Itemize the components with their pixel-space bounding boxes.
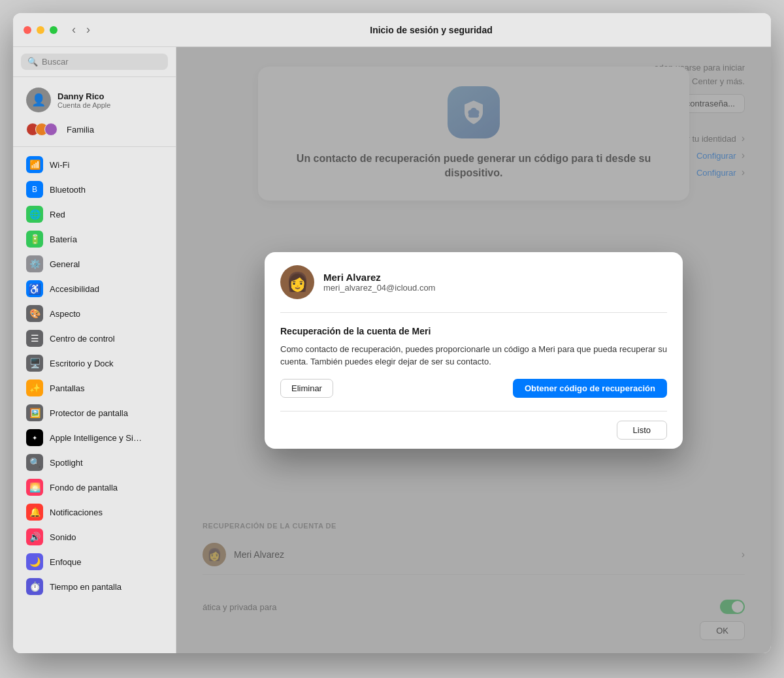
control-center-icon: ☰: [26, 330, 43, 347]
sidebar-label-acc: Accesibilidad: [50, 284, 99, 294]
sidebar-label-wifi: Wi-Fi: [50, 160, 69, 170]
traffic-lights: [24, 26, 57, 34]
search-wrap[interactable]: 🔍: [21, 54, 168, 70]
sidebar-item-sonido[interactable]: 🔊 Sonido: [21, 525, 168, 549]
user-info: Danny Rico Cuenta de Apple: [57, 91, 110, 109]
focus-icon: 🌙: [26, 553, 43, 570]
sidebar-item-escritorio[interactable]: 🖥️ Escritorio y Dock: [21, 351, 168, 376]
sidebar-item-notif[interactable]: 🔔 Notificaciones: [21, 500, 168, 525]
accessibility-icon: ♿: [26, 280, 43, 297]
modal-dialog: 👩 Meri Alvarez meri_alvarez_04@icloud.co…: [265, 252, 683, 449]
user-avatar: 👤: [26, 88, 51, 112]
family-avatars: [26, 123, 54, 136]
family-label: Familia: [67, 125, 94, 135]
sidebar-item-ai[interactable]: ✦ Apple Intelligence y Si…: [21, 425, 168, 450]
user-section: 👤 Danny Rico Cuenta de Apple Familia: [13, 77, 176, 147]
main-window: ‹ › Inicio de sesión y seguridad 🔍 👤: [13, 13, 771, 653]
sidebar-item-accesibilidad[interactable]: ♿ Accesibilidad: [21, 276, 168, 301]
sidebar-item-bluetooth[interactable]: B Bluetooth: [21, 177, 168, 202]
sound-icon: 🔊: [26, 528, 43, 545]
sidebar-label-wall: Fondo de pantalla: [50, 483, 118, 492]
sidebar-label-sound: Sonido: [50, 532, 76, 542]
sidebar-label-bluetooth: Bluetooth: [50, 185, 86, 195]
search-bar: 🔍: [13, 47, 176, 77]
sidebar-label-desk: Escritorio y Dock: [50, 359, 114, 368]
family-avatar-3: [44, 123, 57, 136]
sidebar-label-notif: Notificaciones: [50, 508, 103, 517]
sidebar-item-centro[interactable]: ☰ Centro de control: [21, 326, 168, 351]
desktop-icon: 🖥️: [26, 355, 43, 372]
wifi-icon: 📶: [26, 156, 43, 173]
modal-overlay: 👩 Meri Alvarez meri_alvarez_04@icloud.co…: [176, 47, 771, 653]
eliminar-button[interactable]: Eliminar: [280, 379, 333, 398]
contact-email: meri_alvarez_04@icloud.com: [323, 283, 435, 293]
family-item[interactable]: Familia: [21, 119, 168, 140]
sidebar-section-main: 📶 Wi-Fi B Bluetooth 🌐 Red 🔋 Batería: [13, 147, 176, 604]
sidebar-item-wifi[interactable]: 📶 Wi-Fi: [21, 152, 168, 177]
sidebar-item-general[interactable]: ⚙️ General: [21, 251, 168, 276]
sidebar-label-screen: Pantallas: [50, 383, 84, 393]
sidebar-item-spotlight[interactable]: 🔍 Spotlight: [21, 450, 168, 475]
sidebar-label-spot: Spotlight: [50, 458, 83, 468]
ai-icon: ✦: [26, 429, 43, 446]
contact-name: Meri Alvarez: [323, 272, 435, 283]
forward-button[interactable]: ›: [82, 22, 94, 38]
sidebar-scroll: 👤 Danny Rico Cuenta de Apple Familia: [13, 77, 176, 653]
sidebar-label-asp: Aspecto: [50, 309, 80, 319]
sidebar-item-pantallas[interactable]: ✨ Pantallas: [21, 376, 168, 400]
search-icon: 🔍: [27, 57, 38, 67]
notifications-icon: 🔔: [26, 504, 43, 521]
displays-icon: ✨: [26, 379, 43, 396]
recovery-text: Como contacto de recuperación, puedes pr…: [280, 343, 667, 368]
sidebar-label-general: General: [50, 259, 80, 269]
titlebar: ‹ › Inicio de sesión y seguridad: [13, 13, 771, 47]
sidebar-label-prot: Protector de pantalla: [50, 408, 128, 418]
spotlight-icon: 🔍: [26, 454, 43, 471]
recovery-title: Recuperación de la cuenta de Meri: [280, 326, 667, 336]
get-code-button[interactable]: Obtener código de recuperación: [513, 379, 667, 398]
close-button[interactable]: [24, 26, 31, 34]
contact-section: 👩 Meri Alvarez meri_alvarez_04@icloud.co…: [265, 252, 683, 312]
sidebar-item-fondo[interactable]: 🌅 Fondo de pantalla: [21, 475, 168, 500]
sidebar: 🔍 👤 Danny Rico Cuenta de Apple: [13, 47, 176, 653]
recovery-buttons: Eliminar Obtener código de recuperación: [280, 379, 667, 398]
window-title: Inicio de sesión y seguridad: [102, 25, 760, 35]
contact-avatar: 👩: [280, 265, 314, 299]
sidebar-label-cc: Centro de control: [50, 334, 115, 344]
listo-button[interactable]: Listo: [617, 421, 667, 440]
general-icon: ⚙️: [26, 255, 43, 272]
maximize-button[interactable]: [50, 26, 57, 34]
sidebar-label-red: Red: [50, 210, 65, 219]
sidebar-item-bateria[interactable]: 🔋 Batería: [21, 227, 168, 251]
search-input[interactable]: [42, 57, 161, 67]
sidebar-label-time: Tiempo en pantalla: [50, 582, 122, 592]
wallpaper-icon: 🌅: [26, 479, 43, 496]
main-panel: eden usarse para iniciar ne, Game Center…: [176, 47, 771, 653]
content-area: 🔍 👤 Danny Rico Cuenta de Apple: [13, 47, 771, 653]
bottom-section: Listo: [265, 412, 683, 449]
sidebar-label-focus: Enfoque: [50, 557, 81, 567]
sidebar-item-red[interactable]: 🌐 Red: [21, 202, 168, 227]
sidebar-item-tiempo[interactable]: ⏱️ Tiempo en pantalla: [21, 574, 168, 599]
contact-info: Meri Alvarez meri_alvarez_04@icloud.com: [323, 272, 435, 293]
sidebar-label-ai: Apple Intelligence y Si…: [50, 433, 142, 443]
recovery-section: Recuperación de la cuenta de Meri Como c…: [265, 313, 683, 411]
bluetooth-icon: B: [26, 181, 43, 198]
user-profile-item[interactable]: 👤 Danny Rico Cuenta de Apple: [21, 84, 168, 116]
battery-icon: 🔋: [26, 231, 43, 248]
sidebar-item-enfoque[interactable]: 🌙 Enfoque: [21, 549, 168, 574]
sidebar-label-bateria: Batería: [50, 234, 77, 244]
appearance-icon: 🎨: [26, 305, 43, 322]
minimize-button[interactable]: [37, 26, 44, 34]
nav-buttons: ‹ ›: [68, 22, 94, 38]
network-icon: 🌐: [26, 206, 43, 223]
screentime-icon: ⏱️: [26, 578, 43, 595]
back-button[interactable]: ‹: [68, 22, 80, 38]
user-subtitle: Cuenta de Apple: [57, 101, 110, 109]
screensaver-icon: 🖼️: [26, 404, 43, 421]
user-name: Danny Rico: [57, 91, 110, 101]
sidebar-item-protector[interactable]: 🖼️ Protector de pantalla: [21, 400, 168, 425]
sidebar-item-aspecto[interactable]: 🎨 Aspecto: [21, 301, 168, 326]
